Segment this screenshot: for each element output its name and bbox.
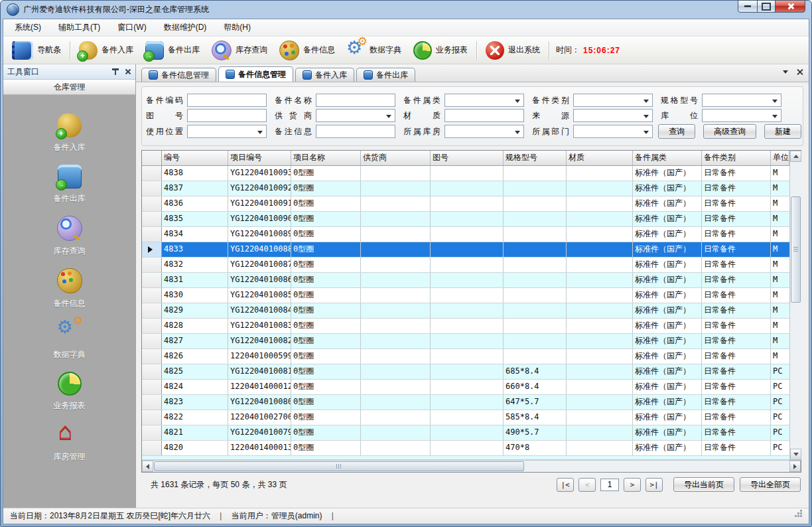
tab-close-icon[interactable] [797,69,803,75]
table-row[interactable]: 4838 YG12204010093 0型圈 标准件（国产） [142,166,789,181]
header-cell[interactable]: 项目编号 [228,151,291,165]
menu-item[interactable]: 系统(S) [6,19,50,36]
toolbar-item[interactable]: 导航条 [6,39,67,62]
advanced-query-button[interactable]: 高级查询 [703,124,756,139]
table-row[interactable]: 4833 YG12204010088 0型圈 标准件（国产） [142,242,789,258]
prev-page-button[interactable]: < [578,478,596,492]
export-all-pages-button[interactable]: 导出全部页 [740,477,801,492]
header-cell[interactable]: 图号 [431,151,504,165]
table-row[interactable]: 4835 YG12204010090 0型圈 标准件（国产） [142,212,789,227]
sidebar-item[interactable]: 备件入库 [54,113,86,153]
search-input[interactable] [444,109,524,122]
sidebar-item[interactable]: 业务报表 [54,372,86,412]
search-input[interactable] [316,94,395,107]
table-row[interactable]: 4820 1220401400013 0型圈 470*8 标准件（国产） [142,441,789,456]
search-input[interactable] [316,125,395,138]
next-page-button[interactable]: > [624,478,641,492]
sidebar-item[interactable]: 备件出库 [54,165,86,204]
vertical-scroll-track[interactable] [790,162,801,449]
tab[interactable]: 备件出库 [356,68,415,82]
menu-item[interactable]: 窗口(W) [109,19,155,36]
tab[interactable]: 备件信息管理 [218,66,293,82]
table-row[interactable]: 4832 YG12204010087 0型圈 标准件（国产） [142,258,789,273]
new-button[interactable]: 新建 [764,124,801,139]
search-select[interactable] [316,109,395,122]
table-row[interactable]: 4834 YG12204010089 0型圈 标准件（国产） [142,227,789,242]
search-input[interactable] [187,94,267,107]
sidebar-item[interactable]: 库房管理 [54,423,86,463]
pin-icon[interactable] [111,68,119,76]
sidebar-item[interactable]: 数据字典 [54,321,86,360]
query-button[interactable]: 查询 [658,124,695,139]
search-select[interactable] [573,109,653,122]
header-cell[interactable]: 编号 [162,151,228,165]
last-page-button[interactable]: >| [645,478,663,492]
search-select[interactable] [444,125,524,138]
search-select[interactable] [702,109,781,122]
toolbar-item[interactable]: 业务报表 [407,39,474,62]
cell-category: 标准件（国产） [633,242,702,257]
table-row[interactable]: 4836 YG12204010091 0型圈 标准件（国产） [142,196,789,212]
table-row[interactable]: 4831 YG12204010086 0型圈 标准件（国产） [142,273,789,288]
table-row[interactable]: 4827 YG12204010082 0型圈 标准件（国产） [142,334,789,349]
header-cell[interactable]: 供货商 [361,151,431,165]
table-row[interactable]: 4824 1220401400012 0型圈 660*8.4 标准件（国产） [142,380,789,395]
search-field-label: 备件属类 [403,95,440,106]
search-select[interactable] [573,94,653,107]
minimize-button[interactable] [738,0,758,13]
menu-item[interactable]: 数据维护(D) [155,19,216,36]
header-cell[interactable]: 规格型号 [504,151,567,165]
menu-item[interactable]: 辅助工具(T) [50,19,109,36]
table-row[interactable]: 4830 YG12204010085 0型圈 标准件（国产） [142,288,789,303]
table-row[interactable]: 4828 YG12204010083 0型圈 标准件（国产） [142,319,789,334]
cell-type: 日常备件 [702,181,771,196]
header-cell[interactable]: 单位 [771,151,789,165]
cell-spec [504,334,567,348]
sidebar-item[interactable]: 库存查询 [54,216,86,257]
toolbar-item[interactable]: 退出系统 [480,39,546,62]
tab[interactable]: 备件入库 [295,68,354,82]
toolbar-item[interactable]: 备件信息 [273,39,341,62]
export-current-page-button[interactable]: 导出当前页 [673,477,734,492]
maximize-icon [762,3,771,11]
scroll-down-button[interactable] [790,449,801,460]
vertical-scrollbar[interactable] [789,151,801,460]
sidebar-item[interactable]: 备件信息 [54,268,86,309]
vertical-scroll-thumb[interactable] [791,196,801,303]
search-select[interactable] [187,125,267,138]
first-page-button[interactable]: |< [557,478,574,492]
table-row[interactable]: 4825 YG12204010081 0型圈 685*8.4 标准件（国产） [142,364,789,380]
search-select[interactable] [573,125,653,138]
page-input[interactable] [600,479,619,491]
table-row[interactable]: 4837 YG12204010092 0型圈 标准件（国产） [142,181,789,196]
toolbar-item[interactable]: 备件入库 [73,39,139,62]
tab-list-dropdown-icon[interactable] [783,70,788,74]
search-select[interactable] [444,94,524,107]
scroll-right-button[interactable] [789,461,801,472]
maximize-button[interactable] [757,0,776,13]
close-button[interactable] [775,0,805,13]
horizontal-scroll-thumb[interactable] [154,461,524,471]
header-cell[interactable]: 备件类别 [702,151,771,165]
cell-spec [504,227,567,242]
header-cell[interactable]: 备件属类 [633,151,702,165]
header-cell[interactable]: 材质 [567,151,633,165]
search-select[interactable] [702,94,781,107]
toolbar-item[interactable]: 库存查询 [206,39,273,62]
table-row[interactable]: 4821 YG12204010079 0型圈 490*5.7 标准件（国产） [142,425,789,441]
panel-close-icon[interactable] [125,68,131,75]
scroll-up-button[interactable] [790,151,801,162]
scroll-left-button[interactable] [142,461,153,472]
search-input[interactable] [187,109,267,122]
table-row[interactable]: 4826 1220401000599 0型圈 标准件（国产） [142,349,789,364]
toolbar-item[interactable]: 备件出库 [139,39,206,62]
horizontal-scrollbar[interactable] [142,460,801,472]
header-cell[interactable]: 项目名称 [291,151,361,165]
toolbar-item[interactable]: 数据字典 [341,39,407,62]
horizontal-scroll-track[interactable] [153,461,789,472]
menu-item[interactable]: 帮助(H) [215,19,259,36]
table-row[interactable]: 4822 1220401002700 0型圈 585*8.4 标准件（国产） [142,410,789,425]
tab[interactable]: 备件信息管理 [141,68,216,82]
table-row[interactable]: 4829 YG12204010084 0型圈 标准件（国产） [142,303,789,319]
table-row[interactable]: 4823 YG12204010080 0型圈 647*5.7 标准件（国产） [142,395,789,410]
